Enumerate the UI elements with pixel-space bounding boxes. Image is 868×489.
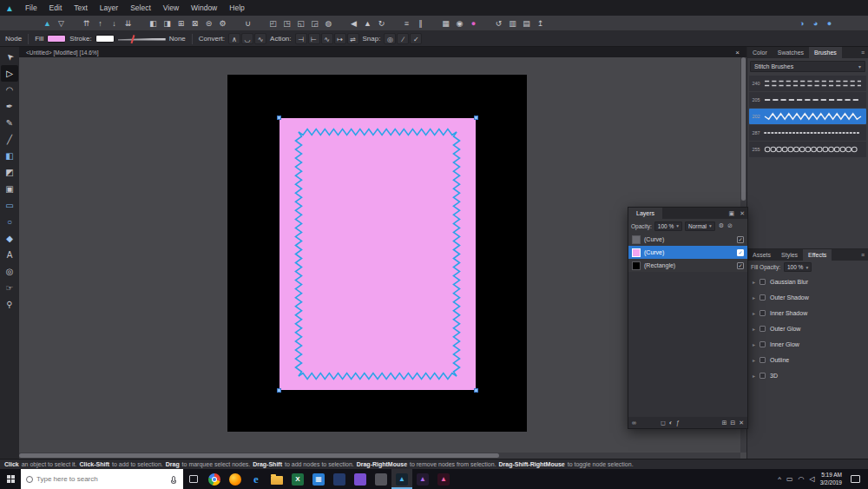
effect-checkbox[interactable] <box>760 310 766 316</box>
snapping-options-icon[interactable]: ◉ <box>453 17 466 30</box>
tab-color[interactable]: Color <box>747 47 773 58</box>
tab-assets[interactable]: Assets <box>747 249 776 261</box>
effect-row-outline[interactable]: ▸Outline <box>747 352 868 367</box>
move-to-front-icon[interactable]: ⇈ <box>80 17 93 30</box>
view-quality-icon[interactable]: ◑ <box>795 17 808 30</box>
fill-color-swatch[interactable] <box>47 35 66 43</box>
brush-item-205[interactable]: 205 <box>749 92 866 108</box>
layer-row-2[interactable]: (Curve)✓ <box>628 246 747 259</box>
selection-handle-top-left[interactable] <box>277 116 281 120</box>
start-button[interactable] <box>0 469 21 489</box>
brush-item-202[interactable]: 202 <box>749 109 866 124</box>
reverse-curves-icon[interactable]: ⇌ <box>347 33 359 44</box>
effect-checkbox[interactable] <box>760 326 766 332</box>
taskbar-edge-icon[interactable]: e <box>246 469 266 489</box>
snap-to-nodes-icon[interactable]: ◎ <box>384 33 396 44</box>
battery-icon[interactable]: ▭ <box>786 475 793 483</box>
document-tab[interactable]: <Untitled> [Modified] [14.6%] <box>23 50 102 56</box>
assistant-icon[interactable]: ⚙ <box>216 17 229 30</box>
smart-node-icon[interactable]: ∿ <box>254 33 266 44</box>
taskbar-clock[interactable]: 5:19 AM 3/2/2019 <box>820 472 842 487</box>
move-forward-icon[interactable]: ↑ <box>94 17 107 30</box>
taskbar-affinity-designer-icon[interactable]: ▲ <box>391 469 412 489</box>
resource-manager-icon[interactable]: ▥ <box>506 17 519 30</box>
action-center-icon[interactable] <box>851 475 860 483</box>
fill-tool[interactable]: ◧ <box>1 148 18 164</box>
cycle-selection-box-icon[interactable]: ◳ <box>280 17 293 30</box>
tab-brushes[interactable]: Brushes <box>809 47 842 58</box>
move-tool[interactable]: ➤ <box>1 49 18 65</box>
taskbar-file-explorer-icon[interactable] <box>266 469 287 489</box>
transform-separately-icon[interactable]: ◰ <box>266 17 279 30</box>
move-to-back-icon[interactable]: ⇊ <box>122 17 135 30</box>
smooth-node-icon[interactable]: ◡ <box>241 33 253 44</box>
tab-styles[interactable]: Styles <box>776 249 803 261</box>
stroke-color-swatch[interactable] <box>95 35 115 43</box>
snapping-icon[interactable]: ∪ <box>241 17 254 30</box>
taskbar-task-view-icon[interactable] <box>183 469 204 489</box>
hidden-icons-chevron[interactable]: ^ <box>778 475 781 483</box>
menu-window[interactable]: Window <box>185 0 223 16</box>
insert-inside-icon[interactable]: ⊞ <box>174 17 187 30</box>
fill-opacity-dropdown[interactable]: 100 % ▾ <box>784 262 812 272</box>
break-curve-icon[interactable]: ⊣ <box>295 33 307 44</box>
expand-icon[interactable]: ▸ <box>753 294 755 301</box>
expand-icon[interactable]: ▸ <box>753 310 755 316</box>
taskbar-affinity-publisher-icon[interactable]: ▲ <box>433 469 454 489</box>
menu-edit[interactable]: Edit <box>43 0 69 16</box>
tab-swatches[interactable]: Swatches <box>773 47 809 58</box>
stitch-border-curve[interactable] <box>279 118 476 390</box>
taskbar-affinity-photo-icon[interactable]: ▲ <box>412 469 433 489</box>
effect-checkbox[interactable] <box>760 341 766 347</box>
panel-menu-icon[interactable]: ≡ <box>858 252 868 258</box>
menu-file[interactable]: File <box>19 0 43 16</box>
taskbar-firefox-icon[interactable] <box>225 469 246 489</box>
effect-row-3d[interactable]: ▸3D <box>747 367 868 383</box>
expand-icon[interactable]: ▸ <box>753 279 755 285</box>
effect-row-outer-glow[interactable]: ▸Outer Glow <box>747 320 868 336</box>
taskbar-chrome-icon[interactable] <box>204 469 225 489</box>
lock-icon[interactable]: ⊘ <box>727 222 733 229</box>
layers-panel-tab[interactable]: Layers <box>628 208 662 219</box>
menu-text[interactable]: Text <box>68 0 94 16</box>
selection-handle-bottom-right[interactable] <box>474 388 478 393</box>
select-same-icon[interactable]: ⊜ <box>202 17 215 30</box>
preview-mode-icon[interactable]: ◍ <box>322 17 335 30</box>
menu-select[interactable]: Select <box>124 0 157 16</box>
expand-icon[interactable]: ▸ <box>753 326 755 332</box>
microphone-icon[interactable] <box>172 476 175 482</box>
vertical-scrollbar-thumb[interactable] <box>741 57 746 201</box>
snap-off-curve-icon[interactable]: ∕ <box>397 33 409 44</box>
rectangle-tool[interactable]: ▭ <box>1 197 18 214</box>
effect-row-inner-shadow[interactable]: ▸Inner Shadow <box>747 305 868 320</box>
panel-menu-icon[interactable]: ▣ <box>727 210 738 217</box>
effect-checkbox[interactable] <box>760 373 766 379</box>
replace-selection-icon[interactable]: ⊠ <box>188 17 201 30</box>
layer-row-3[interactable]: (Rectangle)✓ <box>628 259 747 272</box>
selection-handle-top-right[interactable] <box>474 116 478 120</box>
brush-item-255[interactable]: 255 <box>749 142 866 157</box>
gpu-icon[interactable]: ● <box>823 17 836 30</box>
menu-view[interactable]: View <box>157 0 185 16</box>
color-picker-tool[interactable]: ◎ <box>1 263 18 280</box>
effect-checkbox[interactable] <box>760 279 766 285</box>
flip-horizontal-icon[interactable]: ◀ <box>347 17 360 30</box>
vector-brush-tool[interactable]: ╱ <box>1 131 18 148</box>
taskbar-app-icon-1[interactable] <box>329 469 350 489</box>
show-handles-icon[interactable]: ◱ <box>294 17 307 30</box>
color-assistant-icon[interactable]: ● <box>467 17 480 30</box>
brush-item-287[interactable]: 287 <box>749 125 866 141</box>
slice-icon[interactable]: ▤ <box>520 17 533 30</box>
adjustment-icon[interactable]: ◐ <box>669 420 673 426</box>
stroke-width-slider[interactable] <box>118 35 166 43</box>
effect-row-outer-shadow[interactable]: ▸Outer Shadow <box>747 289 868 305</box>
close-view-icon[interactable]: × <box>732 49 743 56</box>
vector-crop-tool[interactable]: ▣ <box>1 181 18 197</box>
link-icon[interactable]: ∞ <box>632 420 636 426</box>
effect-checkbox[interactable] <box>760 294 766 301</box>
effect-checkbox[interactable] <box>760 357 766 363</box>
layer-visibility-checkbox[interactable]: ✓ <box>737 236 744 243</box>
persona-designer-icon[interactable]: ▲ <box>41 17 54 30</box>
insert-in-front-icon[interactable]: ◨ <box>161 17 174 30</box>
taskbar-app-icon-3[interactable] <box>371 469 391 489</box>
